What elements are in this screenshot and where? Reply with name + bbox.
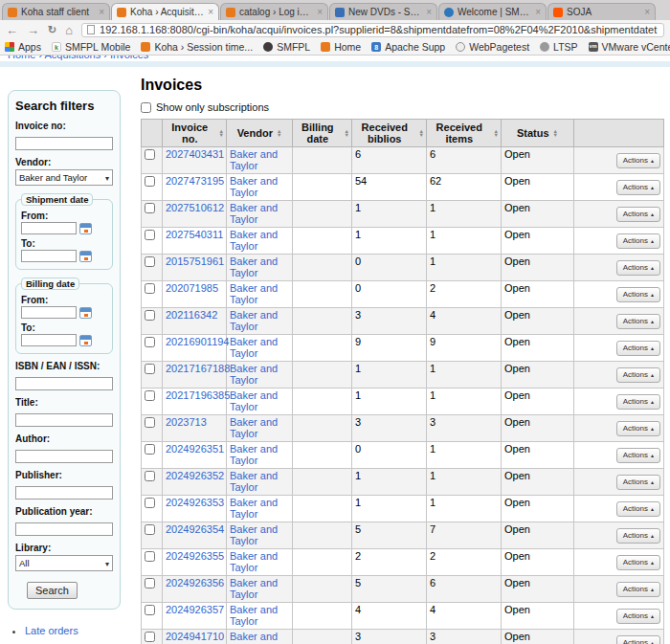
vendor-link[interactable]: Baker and Taylor xyxy=(230,175,278,198)
vendor-link[interactable]: Baker and Taylor xyxy=(230,443,278,466)
bookmark-item[interactable]: WebPagetest xyxy=(456,41,529,53)
calendar-icon[interactable] xyxy=(79,335,92,346)
tab-close-icon[interactable]: × xyxy=(99,8,104,17)
actions-button[interactable]: Actions▴ xyxy=(616,367,660,383)
vendor-link[interactable]: Baker and Taylor xyxy=(230,202,278,225)
invoice-link[interactable]: 2027403431 xyxy=(166,148,224,160)
back-icon[interactable]: ← xyxy=(6,24,18,36)
column-header[interactable]: Status xyxy=(502,120,574,147)
sort-icon[interactable] xyxy=(277,129,281,138)
actions-button[interactable]: Actions▴ xyxy=(616,341,660,356)
vendor-link[interactable]: Baker and Taylor xyxy=(230,363,278,386)
tab-close-icon[interactable]: × xyxy=(426,8,432,17)
invoice-link[interactable]: 202116342 xyxy=(166,309,217,321)
actions-button[interactable]: Actions▴ xyxy=(616,153,660,168)
actions-button[interactable]: Actions▴ xyxy=(616,421,660,436)
invoice-link[interactable]: 2024926351 xyxy=(166,443,224,455)
actions-button[interactable]: Actions▴ xyxy=(616,609,660,624)
publication-year-input[interactable] xyxy=(15,522,113,536)
bookmark-item[interactable]: SMFPL xyxy=(263,41,310,53)
actions-button[interactable]: Actions▴ xyxy=(616,314,660,329)
vendor-link[interactable]: Baker and Taylor xyxy=(230,389,278,412)
bookmark-item[interactable]: Home xyxy=(321,41,361,53)
invoice-link[interactable]: 2024941710 xyxy=(166,631,224,642)
row-checkbox[interactable] xyxy=(145,230,155,240)
row-checkbox[interactable] xyxy=(145,471,155,481)
browser-tab[interactable]: Koha staff client× xyxy=(2,3,110,20)
column-header[interactable]: Vendor xyxy=(227,120,293,147)
invoice-link[interactable]: 2024926355 xyxy=(166,550,224,562)
forward-icon[interactable]: → xyxy=(27,24,39,36)
actions-button[interactable]: Actions▴ xyxy=(616,207,660,222)
invoice-link[interactable]: 2027473195 xyxy=(166,175,224,187)
invoice-link[interactable]: 2027540311 xyxy=(166,229,223,240)
actions-button[interactable]: Actions▴ xyxy=(616,501,660,517)
tab-close-icon[interactable]: × xyxy=(535,8,541,17)
vendor-link[interactable]: Baker and Taylor xyxy=(230,470,278,493)
row-checkbox[interactable] xyxy=(145,524,155,535)
invoice-link[interactable]: 2023713 xyxy=(166,416,207,428)
actions-button[interactable]: Actions▴ xyxy=(616,582,660,597)
actions-button[interactable]: Actions▴ xyxy=(616,260,660,276)
row-checkbox[interactable] xyxy=(145,632,155,642)
actions-button[interactable]: Actions▴ xyxy=(616,528,660,544)
column-header[interactable]: Received items xyxy=(427,120,502,147)
browser-tab[interactable]: Welcome | SMFPL× xyxy=(438,3,547,20)
vendor-link[interactable]: Baker and Taylor xyxy=(230,416,278,439)
row-checkbox[interactable] xyxy=(145,444,155,455)
row-checkbox[interactable] xyxy=(145,417,155,428)
row-checkbox[interactable] xyxy=(145,203,155,213)
row-checkbox[interactable] xyxy=(145,551,155,562)
column-header[interactable]: Received biblios xyxy=(352,120,427,147)
reload-icon[interactable]: ↻ xyxy=(48,25,56,35)
actions-button[interactable]: Actions▴ xyxy=(616,635,660,644)
row-checkbox[interactable] xyxy=(145,337,155,347)
vendor-link[interactable]: Baker and Taylor xyxy=(230,282,278,305)
column-header[interactable]: Billing date xyxy=(293,120,352,147)
vendor-link[interactable]: Baker and Taylor xyxy=(230,577,278,600)
library-select[interactable]: All xyxy=(15,555,113,571)
sort-icon[interactable] xyxy=(219,129,224,138)
bookmark-item[interactable]: Koha › Session time... xyxy=(141,41,253,53)
row-checkbox[interactable] xyxy=(145,283,155,294)
browser-tab[interactable]: SOJA× xyxy=(547,3,656,20)
sort-icon[interactable] xyxy=(345,129,349,138)
invoice-link[interactable]: 2024926352 xyxy=(166,470,224,481)
vendor-link[interactable]: Baker and Taylor xyxy=(230,229,278,252)
breadcrumb[interactable]: Home › Acquisitions › Invoices xyxy=(8,56,670,60)
shipment-from-input[interactable] xyxy=(21,222,77,234)
tab-close-icon[interactable]: × xyxy=(644,8,650,17)
invoice-link[interactable]: 202071985 xyxy=(166,282,218,294)
billing-to-input[interactable] xyxy=(21,334,77,346)
invoice-link[interactable]: 2027510612 xyxy=(166,202,224,213)
bookmark-item[interactable]: LTSP xyxy=(540,41,577,53)
vendor-link[interactable]: Baker and Taylor xyxy=(230,148,278,171)
invoice-link[interactable]: 2015751961 xyxy=(166,255,224,267)
invoice-no-input[interactable] xyxy=(15,137,113,150)
row-checkbox[interactable] xyxy=(145,149,155,160)
vendor-link[interactable]: Baker and Taylor xyxy=(230,631,278,644)
bookmark-item[interactable]: 8Apache Supp xyxy=(371,41,445,53)
tab-close-icon[interactable]: × xyxy=(317,8,323,17)
bookmark-item[interactable]: kSMFPL Mobile xyxy=(52,41,130,53)
actions-button[interactable]: Actions▴ xyxy=(616,287,660,302)
show-only-subscriptions-checkbox[interactable] xyxy=(141,102,151,113)
row-checkbox[interactable] xyxy=(145,310,155,321)
calendar-icon[interactable] xyxy=(79,307,92,319)
vendor-link[interactable]: Baker and Taylor xyxy=(230,255,278,278)
row-checkbox[interactable] xyxy=(145,176,155,187)
tab-close-icon[interactable]: × xyxy=(208,8,213,17)
actions-button[interactable]: Actions▴ xyxy=(616,555,660,570)
invoice-link[interactable]: 2024926353 xyxy=(166,497,224,508)
billing-from-input[interactable] xyxy=(21,306,77,319)
column-header[interactable]: Invoice no. xyxy=(163,120,227,147)
row-checkbox[interactable] xyxy=(145,578,155,588)
publisher-input[interactable] xyxy=(15,486,113,500)
bookmark-item[interactable]: Apps xyxy=(5,41,41,53)
actions-button[interactable]: Actions▴ xyxy=(616,448,660,463)
sort-icon[interactable] xyxy=(494,129,499,138)
search-button[interactable]: Search xyxy=(27,582,78,599)
calendar-icon[interactable] xyxy=(79,223,92,234)
sidebar-link-late-orders[interactable]: Late orders xyxy=(25,625,78,636)
row-checkbox[interactable] xyxy=(145,390,155,401)
